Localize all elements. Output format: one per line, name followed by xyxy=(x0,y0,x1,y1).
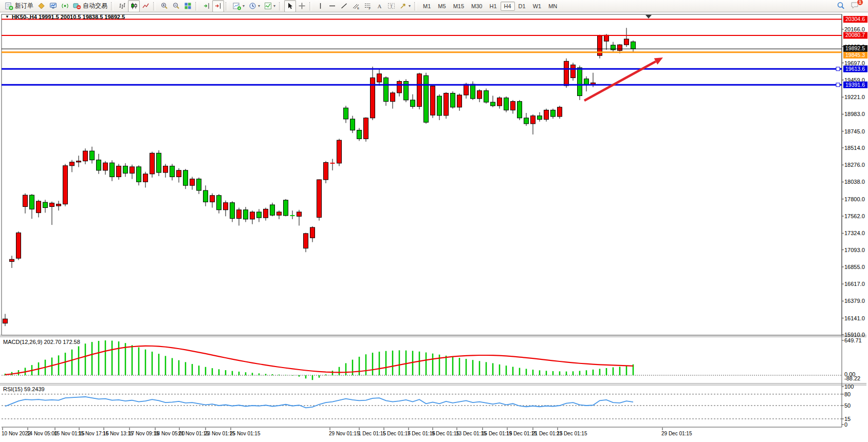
candle xyxy=(477,91,482,99)
price-tick-label: 20166.0 xyxy=(844,26,865,32)
candle xyxy=(170,166,175,177)
svg-text:A: A xyxy=(378,3,382,9)
rsi-axis-label: 50 xyxy=(844,402,851,409)
price-tick-label: 17324.0 xyxy=(844,230,865,236)
price-badge-text: 19892.5 xyxy=(845,45,865,51)
price-badge-text: 20304.6 xyxy=(845,16,865,22)
candle xyxy=(210,196,215,202)
candle xyxy=(571,65,576,78)
candle xyxy=(130,167,135,174)
toolbar-button-signals[interactable] xyxy=(59,0,71,12)
toolbar-button-line-chart-mode[interactable] xyxy=(140,0,152,12)
toolbar-button-new-order[interactable]: 新订单 xyxy=(3,0,35,12)
toolbar-button-auto-trading[interactable]: 自动交易 xyxy=(71,0,109,12)
toolbar-button-candlestick-mode[interactable] xyxy=(128,0,140,12)
rsi-axis-label: 80 xyxy=(844,391,851,397)
timeframe-m30[interactable]: M30 xyxy=(468,2,486,11)
text-label-icon: T xyxy=(387,2,395,10)
price-tick-label: 16855.0 xyxy=(844,264,865,270)
symbol-ohlc-text: HK50-,H4 19991.5 20010.5 19838.5 19892.5 xyxy=(12,14,125,20)
timeframe-w1[interactable]: W1 xyxy=(529,2,545,11)
new-order-icon xyxy=(5,2,13,10)
toolbar-separator xyxy=(153,2,156,10)
toolbar-button-crosshair-tool[interactable] xyxy=(296,0,308,12)
toolbar-button-market-watch[interactable] xyxy=(47,0,59,12)
macd-indicator-label: MACD(12,26,9) 202.70 172.58 xyxy=(3,339,80,345)
toolbar-button-tile-windows[interactable] xyxy=(182,0,194,12)
one-click-trading-toggle[interactable]: ▼ xyxy=(5,15,9,19)
toolbar-button-period-selector[interactable]: ▾ xyxy=(247,0,262,12)
candle xyxy=(377,74,382,82)
chart-canvas[interactable]: 20166.019925.019697.019459.019221.018983… xyxy=(0,12,868,442)
price-tick-label: 18983.0 xyxy=(844,111,865,117)
timeframe-d1[interactable]: D1 xyxy=(515,2,529,11)
auto-scroll-icon xyxy=(202,2,210,10)
time-axis-label: 25 Nov 01:15 xyxy=(230,431,261,436)
toolbar-button-new-chart[interactable]: ▾ xyxy=(231,0,247,12)
toolbar-button-auto-scroll[interactable] xyxy=(200,0,212,12)
candle xyxy=(143,174,148,182)
candle xyxy=(464,84,469,95)
macd-axis-label: 649.71 xyxy=(844,337,862,343)
toolbar-button-channel-tool[interactable]: E xyxy=(350,0,362,12)
candle xyxy=(631,42,636,49)
toolbar-button-zoom-in[interactable] xyxy=(158,0,170,12)
toolbar-button-bar-chart-mode[interactable] xyxy=(116,0,128,12)
price-tick-label: 17093.0 xyxy=(844,247,865,253)
timeframe-mn[interactable]: MN xyxy=(545,2,561,11)
line-drag-handle[interactable] xyxy=(836,83,840,87)
rsi-panel: 1008050150 xyxy=(2,383,854,428)
candle xyxy=(90,151,95,160)
candle xyxy=(364,118,368,139)
price-axis: 20166.019925.019697.019459.019221.018983… xyxy=(842,26,865,338)
bar-chart-icon xyxy=(118,2,126,10)
chat-button[interactable]: 1 xyxy=(851,1,860,11)
toolbar-button-cursor-tool[interactable] xyxy=(284,0,296,12)
price-badge-text: 20080.7 xyxy=(845,32,865,38)
candle xyxy=(237,210,242,219)
rsi-axis-label: 0 xyxy=(844,421,847,428)
toolbar-button-profiles[interactable] xyxy=(35,0,47,12)
time-axis-label: 23 Dec 01:15 xyxy=(557,431,587,436)
timeframe-h1[interactable]: H1 xyxy=(486,2,500,11)
toolbar-button-label-tool[interactable]: T xyxy=(385,0,397,12)
search-icon[interactable] xyxy=(837,2,845,10)
candlestick-icon xyxy=(130,2,138,10)
candle xyxy=(270,205,275,215)
toolbar-button-zoom-out[interactable] xyxy=(170,0,182,12)
candle xyxy=(217,196,221,210)
toolbar-button-horizontal-line-tool[interactable] xyxy=(326,0,338,12)
candle xyxy=(384,78,389,102)
toolbar-button-chart-shift[interactable] xyxy=(212,0,224,12)
equidistant-channel-icon: E xyxy=(352,2,360,10)
candle xyxy=(197,179,201,190)
candle xyxy=(230,203,235,219)
toolbar-button-fibonacci-tool[interactable]: F xyxy=(362,0,374,12)
trendline-icon xyxy=(340,2,348,10)
candle xyxy=(16,233,21,258)
signals-icon xyxy=(61,2,69,10)
candle xyxy=(471,84,475,99)
notification-badge: 1 xyxy=(857,0,863,6)
toolbar-button-arrows-tool[interactable]: ▾ xyxy=(397,0,413,12)
candle xyxy=(544,110,549,119)
chart-area: 20166.019925.019697.019459.019221.018983… xyxy=(0,12,868,442)
candle xyxy=(23,195,28,206)
candle xyxy=(77,161,81,162)
candle xyxy=(36,201,41,213)
candle xyxy=(257,212,262,218)
main-chart-panel[interactable] xyxy=(2,14,842,335)
price-tick-label: 19221.0 xyxy=(844,94,865,100)
price-tick-label: 18038.0 xyxy=(844,179,865,185)
toolbar-button-trendline-tool[interactable] xyxy=(338,0,350,12)
timeframe-m5[interactable]: M5 xyxy=(434,2,449,11)
timeframe-m1[interactable]: M1 xyxy=(419,2,434,11)
toolbar-button-vertical-line-tool[interactable] xyxy=(315,0,326,12)
timeframe-m15[interactable]: M15 xyxy=(450,2,468,11)
line-chart-icon xyxy=(142,2,150,10)
toolbar-button-text-tool[interactable]: A xyxy=(374,0,385,12)
candle xyxy=(244,210,248,219)
timeframe-h4[interactable]: H4 xyxy=(501,2,515,11)
line-drag-handle[interactable] xyxy=(836,67,840,71)
toolbar-button-indicators-menu[interactable]: ▾ xyxy=(262,0,278,12)
